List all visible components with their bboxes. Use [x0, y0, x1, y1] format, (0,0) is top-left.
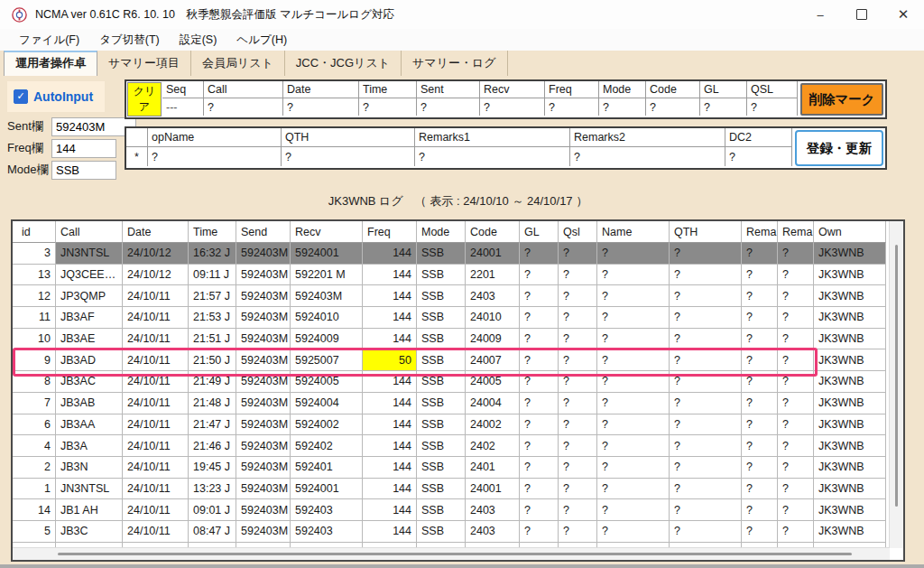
table-cell[interactable]: 24/10/11	[123, 349, 189, 371]
table-cell[interactable]: 21:49 J	[189, 371, 236, 393]
table-row[interactable]: 9JB3AD24/10/1121:50 J592403M592500750SSB…	[13, 349, 890, 371]
table-cell[interactable]: ?	[597, 435, 670, 457]
entry-grid-cell[interactable]: ?	[700, 98, 747, 116]
table-cell[interactable]: ?	[597, 521, 670, 543]
table-cell[interactable]: 592403M	[291, 285, 363, 307]
table-cell[interactable]: 24002	[466, 414, 520, 436]
table-cell[interactable]: ?	[778, 479, 814, 500]
table-row[interactable]: 5JB3C24/10/1108:47 J592403M592403144SSB2…	[13, 521, 890, 543]
table-cell[interactable]: 24/10/11	[123, 307, 189, 329]
table-cell[interactable]: 24/10/11	[123, 457, 189, 479]
table-row[interactable]: 6JB3AA24/10/1121:47 J592403M5924002144SS…	[13, 414, 890, 436]
table-cell[interactable]: 144	[363, 307, 417, 329]
table-cell[interactable]: ?	[670, 329, 742, 350]
table-cell[interactable]: 21:53 J	[189, 307, 236, 329]
table-cell[interactable]: ?	[559, 371, 597, 393]
table-cell[interactable]: 144	[363, 371, 417, 393]
table-cell[interactable]: 592403M	[236, 435, 291, 457]
table-cell[interactable]: 21:50 J	[189, 349, 236, 371]
table-cell[interactable]: JK3WNB	[814, 479, 886, 500]
table-cell[interactable]: ?	[778, 393, 814, 414]
detail-grid-cell[interactable]: *	[126, 147, 148, 166]
column-header-2[interactable]: Date	[123, 221, 189, 243]
table-cell[interactable]: ?	[670, 499, 742, 521]
table-cell[interactable]: ?	[670, 435, 742, 457]
table-cell[interactable]: 5924004	[291, 393, 363, 414]
freq-field-input[interactable]	[51, 139, 116, 158]
table-cell[interactable]: SSB	[417, 435, 466, 457]
table-cell[interactable]: ?	[559, 521, 597, 543]
table-row[interactable]: 10JB3AE24/10/1121:51 J592403M5924009144S…	[13, 329, 890, 350]
column-header-1[interactable]: Call	[56, 221, 123, 243]
table-cell[interactable]: 5	[13, 521, 56, 543]
table-cell[interactable]: 2402	[466, 435, 520, 457]
table-cell[interactable]: 24/10/12	[123, 265, 189, 286]
table-cell[interactable]: ?	[520, 285, 559, 307]
detail-grid-cell[interactable]: ?	[282, 147, 415, 166]
table-cell[interactable]: 592403M	[236, 457, 291, 479]
table-cell[interactable]: 5924005	[291, 371, 363, 393]
table-row[interactable]: 11JB3AF24/10/1121:53 J592403M5924010144S…	[13, 307, 890, 329]
table-cell[interactable]: ?	[597, 349, 670, 371]
column-header-14[interactable]: Rema	[778, 221, 814, 243]
table-cell[interactable]: 5924001	[291, 479, 363, 500]
horizontal-scrollbar[interactable]	[13, 547, 890, 560]
table-row[interactable]: 1JN3NTSL24/10/1113:23 J592403M5924001144…	[13, 479, 890, 500]
table-cell[interactable]: ?	[670, 307, 742, 329]
table-cell[interactable]: JN3NTSL	[56, 479, 123, 500]
table-row[interactable]: 8JB3AC24/10/1121:49 J592403M5924005144SS…	[13, 371, 890, 393]
table-cell[interactable]: 24007	[466, 349, 520, 371]
table-cell[interactable]: JN3NTSL	[56, 243, 123, 265]
table-cell[interactable]: 12	[13, 285, 56, 307]
table-cell[interactable]: SSB	[417, 414, 466, 436]
table-cell[interactable]: ?	[520, 265, 559, 286]
table-cell[interactable]: SSB	[417, 457, 466, 479]
table-cell[interactable]: 2	[13, 457, 56, 479]
entry-grid-cell[interactable]: ?	[646, 98, 700, 116]
menu-item-2[interactable]: 設定(S)	[170, 30, 227, 51]
detail-grid-cell[interactable]: ?	[415, 147, 570, 166]
table-cell[interactable]: 592403M	[236, 393, 291, 414]
table-cell[interactable]: SSB	[417, 499, 466, 521]
table-cell[interactable]: ?	[597, 479, 670, 500]
table-cell[interactable]: JP3QMP	[56, 285, 123, 307]
table-cell[interactable]: 13:23 J	[189, 479, 236, 500]
table-cell[interactable]: ?	[597, 243, 670, 265]
table-cell[interactable]: 24/10/11	[123, 479, 189, 500]
table-cell[interactable]: JK3WNB	[814, 243, 886, 265]
table-cell[interactable]: 592401	[291, 457, 363, 479]
table-cell[interactable]: ?	[670, 349, 742, 371]
table-cell[interactable]: 592403M	[236, 414, 291, 436]
table-cell[interactable]: ?	[597, 414, 670, 436]
tab-1[interactable]: サマリー項目	[97, 51, 191, 76]
table-cell[interactable]: ?	[778, 307, 814, 329]
column-header-11[interactable]: Name	[597, 221, 670, 243]
menu-item-1[interactable]: タブ切替(T)	[89, 30, 170, 51]
table-cell[interactable]: ?	[520, 371, 559, 393]
table-cell[interactable]: JQ3CEE…	[56, 265, 123, 286]
mode-field-input[interactable]	[51, 161, 116, 180]
maximize-button[interactable]	[841, 0, 882, 29]
table-cell[interactable]: ?	[778, 329, 814, 350]
entry-grid-cell[interactable]: ?	[480, 98, 545, 116]
table-cell[interactable]: ?	[520, 414, 559, 436]
table-cell[interactable]: 16:32 J	[189, 243, 236, 265]
table-cell[interactable]: 21:46 J	[189, 435, 236, 457]
table-cell[interactable]: ?	[520, 457, 559, 479]
entry-grid-cell[interactable]: ?	[359, 98, 417, 116]
table-cell[interactable]: ?	[559, 265, 597, 286]
tab-0[interactable]: 運用者操作卓	[4, 51, 97, 76]
table-cell[interactable]: 2403	[466, 499, 520, 521]
table-cell[interactable]: ?	[520, 349, 559, 371]
table-cell[interactable]: 24001	[466, 243, 520, 265]
table-cell[interactable]: ?	[670, 393, 742, 414]
table-cell[interactable]: 592403M	[236, 265, 291, 286]
table-cell[interactable]: ?	[597, 307, 670, 329]
minimize-button[interactable]: –	[799, 0, 841, 29]
column-header-9[interactable]: GL	[520, 221, 559, 243]
menu-item-3[interactable]: ヘルプ(H)	[226, 30, 297, 51]
entry-grid-cell[interactable]: ?	[545, 98, 599, 116]
table-cell[interactable]: ?	[742, 285, 778, 307]
table-cell[interactable]: ?	[559, 285, 597, 307]
table-cell[interactable]: 592403M	[236, 499, 291, 521]
